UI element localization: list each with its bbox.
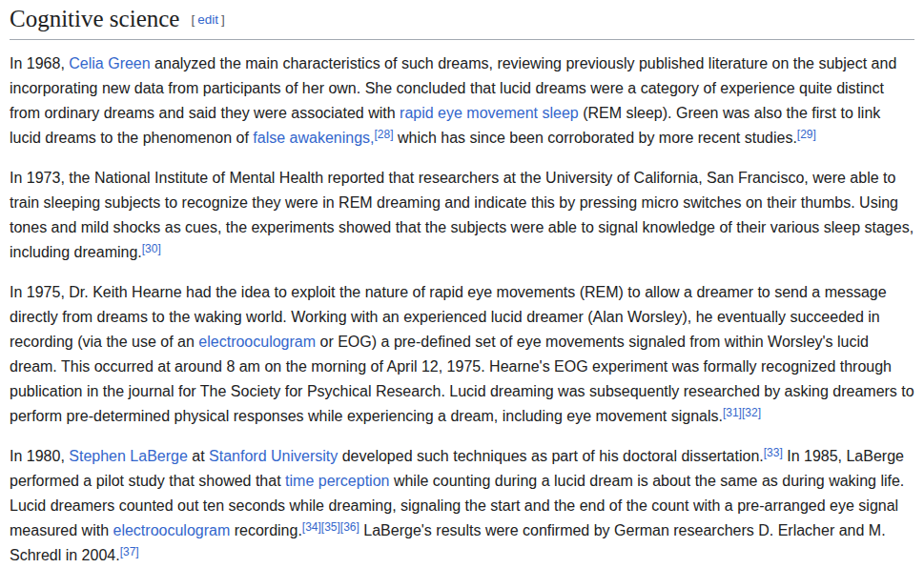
article-body: In 1968, Celia Green analyzed the main c… [10, 51, 914, 568]
reference: [37] [120, 545, 139, 558]
reference-link[interactable]: [34] [302, 520, 321, 534]
wiki-link[interactable]: false awakenings, [253, 130, 374, 146]
edit-link[interactable]: edit [197, 12, 218, 27]
wiki-link[interactable]: rapid eye movement sleep [400, 105, 579, 121]
reference: [36] [340, 520, 359, 534]
reference: [29] [797, 128, 816, 141]
edit-bracket-close: ] [221, 12, 225, 27]
wiki-link[interactable]: time perception [285, 473, 389, 489]
body-text: at [188, 448, 209, 464]
reference-link[interactable]: [28] [374, 128, 393, 141]
reference: [30] [142, 242, 161, 255]
body-text: In 1968, [10, 55, 69, 71]
article-content: Cognitive science[edit] In 1968, Celia G… [0, 0, 924, 568]
reference: [31] [723, 406, 742, 419]
reference: [32] [742, 406, 761, 419]
wiki-link[interactable]: electrooculogram [113, 522, 231, 538]
wiki-link[interactable]: Stephen LaBerge [69, 448, 188, 464]
edit-section: [edit] [191, 12, 224, 27]
reference: [34] [302, 520, 321, 534]
reference-link[interactable]: [35] [321, 520, 340, 534]
reference-link[interactable]: [31] [723, 406, 742, 419]
wiki-link[interactable]: Stanford University [209, 448, 338, 464]
reference-link[interactable]: [32] [742, 406, 761, 419]
section-heading-title: Cognitive science [10, 6, 179, 31]
reference-link[interactable]: [36] [340, 520, 359, 534]
paragraph: In 1980, Stephen LaBerge at Stanford Uni… [10, 444, 914, 568]
reference-link[interactable]: [33] [764, 446, 783, 459]
body-text: which has since been corroborated by mor… [393, 130, 796, 146]
body-text: recording. [230, 522, 302, 538]
section-heading: Cognitive science[edit] [10, 5, 914, 40]
reference: [28] [374, 128, 393, 141]
body-text: developed such techniques as part of his… [338, 448, 764, 464]
reference: [35] [321, 520, 340, 534]
reference-link[interactable]: [29] [797, 128, 816, 141]
paragraph: In 1975, Dr. Keith Hearne had the idea t… [10, 280, 914, 429]
paragraph: In 1968, Celia Green analyzed the main c… [10, 51, 914, 151]
reference-link[interactable]: [30] [142, 242, 161, 255]
reference: [33] [764, 446, 783, 459]
wiki-link[interactable]: Celia Green [69, 55, 150, 71]
body-text: In 1980, [10, 448, 69, 464]
paragraph: In 1973, the National Institute of Menta… [10, 166, 914, 265]
reference-link[interactable]: [37] [120, 545, 139, 558]
wiki-link[interactable]: electrooculogram [198, 334, 316, 350]
edit-bracket-open: [ [191, 12, 195, 27]
